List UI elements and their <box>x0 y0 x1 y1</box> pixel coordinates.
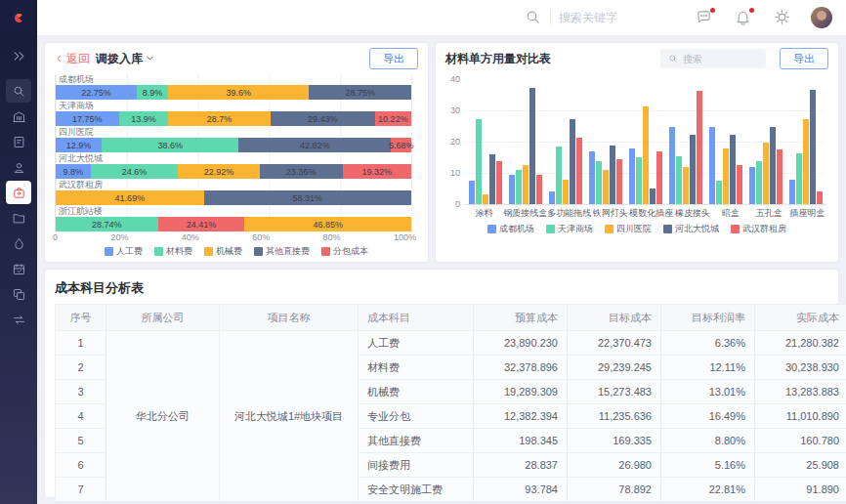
bar-segment: 8.9% <box>137 85 168 100</box>
axis-tick-label: 60% <box>252 232 270 242</box>
legend-item[interactable]: 材料费 <box>154 245 192 258</box>
legend-label: 武汉群租房 <box>742 223 786 235</box>
cell-budget: 23,890.230 <box>474 331 568 356</box>
bar <box>629 148 635 204</box>
axis-tick-label: 40% <box>182 232 199 242</box>
sidebar-item-briefcase-active[interactable] <box>6 181 31 204</box>
column-header: 目标成本 <box>568 305 661 331</box>
legend-swatch <box>487 225 496 233</box>
sidebar-collapse-icon[interactable] <box>6 44 31 67</box>
bar-segment: 38.6% <box>102 138 239 152</box>
bar <box>683 167 689 204</box>
sidebar-item-search[interactable] <box>6 79 31 103</box>
legend-item[interactable]: 分包成本 <box>321 245 368 258</box>
bar <box>796 153 802 204</box>
panel-search-input[interactable] <box>683 54 751 64</box>
stacked-bar-chart: 成都机场22.75%8.9%39.6%28.75%天津商场17.75%13.9%… <box>55 74 412 231</box>
bar <box>656 151 662 204</box>
left-panel-title[interactable]: 调拨入库 <box>96 51 154 67</box>
legend-label: 分包成本 <box>333 245 368 258</box>
stacked-bar: 28.74%24.41%46.85% <box>56 217 411 231</box>
export-button-right[interactable]: 导出 <box>780 48 828 69</box>
bar-segment: 41.69% <box>56 190 204 205</box>
sidebar-item-calendar[interactable] <box>6 257 31 280</box>
sidebar-item-document[interactable] <box>6 130 31 153</box>
bar <box>709 127 715 204</box>
legend-item[interactable]: 人工费 <box>105 245 143 258</box>
bar <box>716 181 722 204</box>
global-search[interactable] <box>525 9 674 26</box>
legend-swatch <box>321 247 330 256</box>
cell-target: 22,370.473 <box>568 331 661 356</box>
sidebar-item-copy[interactable] <box>6 282 31 306</box>
bar <box>549 191 555 204</box>
stacked-bar: 22.75%8.9%39.6%28.75% <box>56 85 411 100</box>
back-button[interactable]: 返回 <box>55 51 90 67</box>
chat-icon[interactable] <box>696 9 713 26</box>
legend-item[interactable]: 河北大悦城 <box>663 223 719 235</box>
bar <box>483 194 488 204</box>
bar <box>817 191 823 204</box>
bar <box>777 149 783 204</box>
column-header: 项目名称 <box>220 305 359 331</box>
y-axis-tick-label: 30 <box>450 105 460 115</box>
bar-segment: 19.32% <box>343 164 411 179</box>
legend-item[interactable]: 其他直接费 <box>254 245 310 258</box>
cell-target: 78.892 <box>568 478 661 502</box>
sidebar-item-droplet[interactable] <box>6 231 31 255</box>
panel-search-box[interactable] <box>660 49 766 68</box>
column-header: 序号 <box>56 305 106 331</box>
sidebar-item-transfer[interactable] <box>6 308 31 331</box>
bar <box>690 135 696 204</box>
chevron-left-icon <box>55 54 64 63</box>
legend-item[interactable]: 四川医院 <box>605 223 652 235</box>
cell-actual: 21,280.382 <box>755 331 846 356</box>
app-logo[interactable] <box>0 0 37 35</box>
cell-budget: 28.837 <box>474 453 568 478</box>
legend-label: 四川医院 <box>616 223 652 235</box>
divider <box>550 11 551 24</box>
column-header: 所属公司 <box>106 305 220 331</box>
right-chart-legend: 成都机场天津商场四川医院河北大悦城武汉群租房 <box>436 223 838 235</box>
cell-subject: 专业分包 <box>359 404 474 429</box>
sidebar-item-building[interactable] <box>6 105 31 128</box>
bar-category-label: 四川医院 <box>56 127 411 138</box>
legend-item[interactable]: 天津商场 <box>546 223 593 235</box>
cell-budget: 19,289.309 <box>474 380 568 404</box>
right-panel-title: 材料单方用量对比表 <box>445 51 551 67</box>
stacked-bar: 12.9%38.6%42.82%5.68% <box>56 138 411 152</box>
legend-item[interactable]: 成都机场 <box>487 223 534 235</box>
column-header: 实际成本 <box>755 305 846 331</box>
legend-label: 成都机场 <box>499 223 534 235</box>
bar <box>697 91 702 204</box>
y-axis-tick-label: 40 <box>450 74 460 84</box>
transfer-inbound-panel: 返回 调拨入库 导出 成都机场22.75%8.9%39.6%28.75%天津商场… <box>45 43 428 262</box>
bar <box>676 156 682 204</box>
legend-label: 机械费 <box>216 245 242 258</box>
bar-segment: 5.68% <box>391 138 411 152</box>
bar <box>570 119 575 204</box>
legend-swatch <box>254 247 263 256</box>
sidebar-item-user[interactable] <box>6 155 31 179</box>
bar-category-label: 河北大悦城 <box>56 153 411 164</box>
bar-segment: 17.75% <box>56 111 119 126</box>
cell-margin: 12.11% <box>661 356 755 380</box>
legend-item[interactable]: 机械费 <box>204 245 242 258</box>
legend-label: 其他直接费 <box>266 245 310 258</box>
cell-subject: 材料费 <box>359 356 474 380</box>
export-button-left[interactable]: 导出 <box>369 48 418 69</box>
cell-target: 169.335 <box>568 429 661 453</box>
legend-item[interactable]: 武汉群租房 <box>731 223 786 235</box>
bell-icon[interactable] <box>735 9 752 26</box>
top-bar <box>0 0 846 35</box>
gear-icon[interactable] <box>774 9 791 26</box>
bar <box>496 161 502 204</box>
user-avatar[interactable] <box>811 7 832 28</box>
search-input[interactable] <box>559 11 674 24</box>
legend-label: 材料费 <box>166 245 192 258</box>
sidebar-item-folder[interactable] <box>6 206 31 230</box>
cell-target: 26.980 <box>568 453 661 478</box>
cell-no: 2 <box>56 356 106 380</box>
bar <box>596 161 602 204</box>
bar-group <box>465 80 505 204</box>
